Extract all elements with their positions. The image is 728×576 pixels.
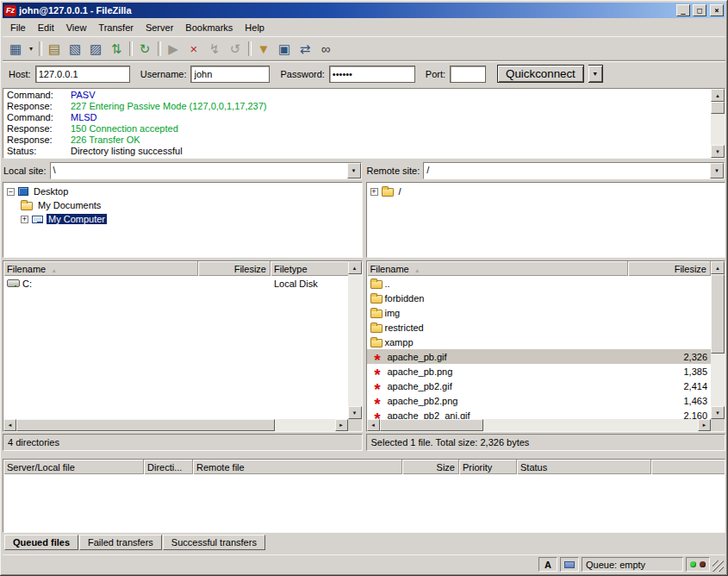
column-header[interactable]: Filetype — [271, 261, 350, 276]
find-files-button[interactable]: ∞ — [315, 39, 336, 59]
column-header[interactable]: Filename — [3, 261, 198, 276]
scroll-right-icon[interactable]: ► — [698, 419, 711, 431]
file-row[interactable]: .. — [367, 276, 712, 291]
maximize-button[interactable]: □ — [693, 4, 706, 16]
message-log-toggle[interactable]: ▤ — [44, 39, 65, 59]
scroll-left-icon[interactable]: ◄ — [3, 419, 16, 431]
remote-horizontal-scrollbar[interactable]: ◄ ► — [367, 419, 712, 431]
port-label: Port: — [426, 69, 445, 79]
scroll-up-icon[interactable]: ▲ — [711, 89, 725, 102]
file-row[interactable]: apache_pb2_ani.gif 2,160 — [367, 408, 712, 419]
scroll-left-icon[interactable]: ◄ — [367, 419, 380, 431]
queue-tab[interactable]: Queued files — [4, 535, 78, 550]
local-site-combo[interactable]: \ ▼ — [50, 162, 362, 179]
quickconnect-dropdown[interactable]: ▼ — [588, 65, 603, 83]
column-header[interactable]: Priority — [459, 460, 517, 474]
scrollbar-thumb[interactable] — [380, 419, 483, 431]
file-row[interactable]: apache_pb.gif 2,326 — [367, 349, 712, 364]
column-header[interactable]: Filesize — [628, 261, 711, 276]
menu-item[interactable]: Server — [140, 21, 179, 34]
expander-icon[interactable] — [21, 216, 28, 223]
scrollbar-thumb[interactable] — [16, 419, 275, 431]
drive-icon — [7, 279, 20, 287]
scroll-up-icon[interactable]: ▲ — [348, 261, 362, 274]
menu-item[interactable]: Transfer — [92, 21, 140, 34]
expander-icon[interactable] — [7, 188, 15, 196]
local-tree-toggle[interactable]: ▧ — [65, 39, 85, 59]
site-manager-dropdown[interactable]: ▾ — [26, 39, 36, 59]
chevron-down-icon[interactable]: ▼ — [347, 163, 361, 178]
scrollbar-thumb[interactable] — [711, 102, 725, 114]
download-led-icon — [690, 561, 696, 567]
tree-item[interactable]: My Computer — [3, 212, 362, 226]
disconnect-button[interactable]: ↯ — [204, 39, 225, 59]
file-row[interactable]: C: Local Disk — [3, 276, 348, 291]
close-button[interactable]: × — [710, 4, 724, 16]
local-horizontal-scrollbar[interactable]: ◄ ► — [3, 419, 348, 431]
scrollbar-thumb[interactable] — [711, 274, 725, 354]
chevron-down-icon[interactable]: ▼ — [710, 163, 724, 178]
file-row[interactable]: forbidden — [367, 291, 712, 305]
toolbar-separator — [155, 39, 163, 59]
scroll-down-icon[interactable]: ▼ — [348, 406, 362, 419]
local-tree-icon: ▧ — [69, 42, 81, 55]
folder-open-icon — [382, 188, 394, 197]
tree-item[interactable]: My Documents — [3, 198, 362, 212]
file-row[interactable]: apache_pb2.gif 2,414 — [367, 379, 712, 393]
menu-item[interactable]: File — [4, 21, 32, 34]
tree-item[interactable]: / — [367, 185, 725, 198]
dropdown-icon: ▾ — [29, 46, 33, 53]
reconnect-button[interactable]: ↺ — [225, 39, 246, 59]
site-manager-button[interactable]: ▦ — [5, 39, 26, 59]
directory-comparison-button[interactable]: ▣ — [274, 39, 295, 59]
minimize-button[interactable]: _ — [676, 4, 690, 16]
queue-toggle[interactable]: ⇅ — [106, 39, 127, 59]
tree-item[interactable]: Desktop — [3, 185, 362, 198]
filter-button[interactable]: ▼ — [253, 39, 274, 59]
synchronized-browsing-button[interactable]: ⇄ — [295, 39, 315, 59]
file-row[interactable]: apache_pb.png 1,385 — [367, 364, 712, 379]
local-vertical-scrollbar[interactable]: ▲ ▼ — [348, 261, 362, 419]
reconnect-icon: ↺ — [230, 42, 241, 55]
quickconnect-button[interactable]: Quickconnect — [497, 65, 584, 83]
host-input[interactable] — [35, 66, 130, 83]
password-input[interactable] — [329, 66, 415, 83]
queue-status: Queue: empty — [582, 557, 683, 572]
scroll-down-icon[interactable]: ▼ — [711, 406, 725, 419]
menu-item[interactable]: View — [60, 21, 93, 34]
column-header[interactable]: Filesize — [198, 261, 271, 276]
menu-item[interactable]: Help — [239, 21, 271, 34]
remote-vertical-scrollbar[interactable]: ▲ ▼ — [711, 261, 725, 419]
refresh-button[interactable]: ↻ — [134, 39, 155, 59]
queue-tab[interactable]: Successful transfers — [163, 535, 265, 550]
remote-status-bar: Selected 1 file. Total size: 2,326 bytes — [366, 434, 726, 451]
column-header[interactable] — [651, 460, 725, 474]
expander-icon[interactable] — [370, 188, 378, 196]
resize-grip[interactable] — [712, 560, 724, 572]
process-queue-icon: ▶ — [168, 42, 178, 55]
column-header[interactable]: Size — [402, 460, 459, 474]
file-row[interactable]: xampp — [367, 335, 712, 349]
column-header[interactable]: Server/Local file — [3, 460, 144, 474]
column-header[interactable]: Directi... — [144, 460, 193, 474]
scroll-right-icon[interactable]: ► — [335, 419, 348, 431]
file-row[interactable]: apache_pb2.png 1,463 — [367, 393, 712, 408]
column-header[interactable]: Filename — [367, 261, 629, 276]
remote-site-combo[interactable]: / ▼ — [423, 162, 725, 179]
menu-item[interactable]: Edit — [32, 21, 60, 34]
remote-tree-toggle[interactable]: ▨ — [85, 39, 106, 59]
column-header[interactable]: Status — [517, 460, 651, 474]
file-row[interactable]: restricted — [367, 320, 712, 335]
queue-tab[interactable]: Failed transfers — [79, 535, 162, 550]
cancel-button[interactable]: × — [184, 39, 204, 59]
process-queue-button[interactable]: ▶ — [163, 39, 184, 59]
scroll-down-icon[interactable]: ▼ — [711, 145, 725, 158]
username-input[interactable] — [190, 66, 270, 83]
port-input[interactable] — [450, 66, 486, 83]
file-row[interactable]: img — [367, 305, 712, 320]
menu-item[interactable]: Bookmarks — [179, 21, 239, 34]
refresh-icon: ↻ — [140, 42, 151, 55]
scroll-up-icon[interactable]: ▲ — [711, 261, 725, 274]
log-scrollbar[interactable]: ▲ ▼ — [711, 89, 725, 158]
column-header[interactable]: Remote file — [193, 460, 402, 474]
